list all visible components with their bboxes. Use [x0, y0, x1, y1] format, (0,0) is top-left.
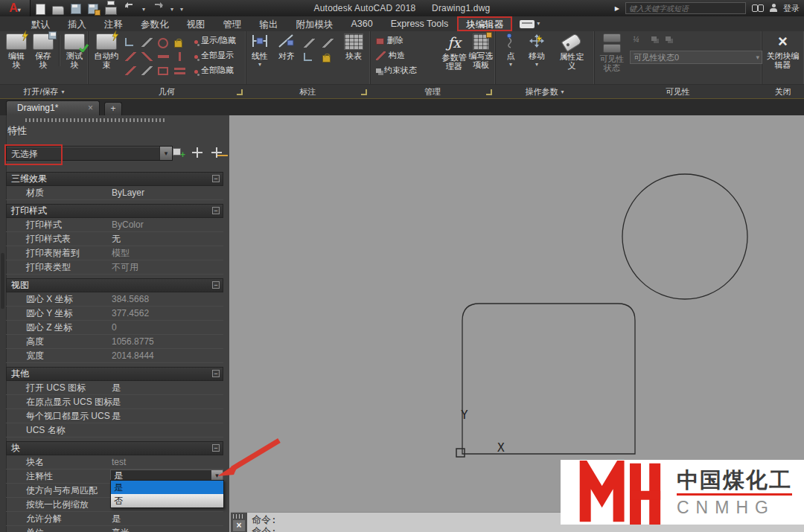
collapse-icon[interactable]: − — [212, 444, 220, 452]
fix-constraint-icon[interactable] — [125, 66, 136, 75]
tab-output[interactable]: 输出 — [251, 16, 287, 31]
property-row[interactable]: 圆心 X 坐标 384.5668 — [6, 292, 223, 307]
linear-dimension-button[interactable]: 线性 ▾ — [249, 33, 271, 69]
property-row-block-name[interactable]: 块名 test — [6, 455, 223, 469]
move-action-button[interactable]: 移动 ▾ — [525, 33, 549, 69]
property-row[interactable]: 打印表类型 不可用 — [6, 260, 223, 275]
attribute-definition-button[interactable]: 属性定义 — [556, 33, 587, 70]
save-block-button[interactable]: 保存块 — [31, 33, 55, 69]
search-expand-icon[interactable]: ▶ — [615, 5, 619, 12]
parameters-manager-button[interactable]: ƒx 参数管理器 — [441, 33, 468, 71]
property-row[interactable]: 圆心 Y 坐标 377.4562 — [6, 307, 223, 321]
panel-label-dimensional[interactable]: 标注 — [246, 84, 370, 98]
auto-constrain-button[interactable]: 自动约束 — [92, 33, 121, 69]
dropdown-option-no[interactable]: 否 — [111, 494, 223, 507]
tab-manage[interactable]: 管理 — [214, 16, 251, 31]
tab-express-tools[interactable]: Express Tools — [382, 16, 458, 31]
coincident-constraint-icon[interactable] — [125, 38, 133, 46]
convert-dimension-icon[interactable] — [322, 55, 331, 63]
delete-constraints-button[interactable]: 删除 — [376, 35, 403, 46]
drawing-canvas[interactable]: Y X × 命令: 命令: 中国煤化工 — [229, 115, 804, 532]
lock-constraint-icon[interactable] — [174, 40, 182, 48]
show-hide-button[interactable]: 显示/隐藏 — [192, 35, 236, 46]
radial-dimension-icon[interactable] — [304, 39, 315, 48]
collapse-icon[interactable]: − — [212, 175, 220, 182]
dialog-launcher-icon[interactable] — [237, 89, 243, 95]
smooth-constraint-icon[interactable] — [141, 52, 153, 61]
tab-parametric[interactable]: 参数化 — [132, 16, 178, 31]
sign-in-link[interactable]: 登录 — [783, 3, 800, 14]
circle-entity[interactable] — [622, 174, 747, 299]
tab-a360[interactable]: A360 — [342, 16, 382, 31]
collapse-icon[interactable]: − — [212, 281, 220, 289]
section-header-misc[interactable]: 其他 − — [6, 367, 223, 381]
rounded-rectangle-entity[interactable] — [462, 304, 635, 454]
file-tab-drawing1[interactable]: Drawing1* × — [6, 100, 100, 115]
panel-label-open-save[interactable]: 打开/保存 ▾ — [0, 84, 88, 98]
property-row[interactable]: 打开 UCS 图标 是 — [6, 381, 223, 395]
command-prompt[interactable]: 命令: 命令: — [252, 514, 277, 532]
symmetric-constraint-icon[interactable] — [141, 66, 153, 75]
ribbon-display-toggle-icon[interactable] — [520, 20, 535, 28]
section-header-plotstyle[interactable]: 打印样式 − — [6, 204, 223, 218]
file-tab-close-icon[interactable]: × — [88, 101, 93, 115]
property-row[interactable]: 打印表附着到 模型 — [6, 246, 223, 260]
section-header-block[interactable]: 块 − — [6, 441, 223, 455]
property-row[interactable]: 单位 毫米 — [6, 526, 223, 532]
property-row[interactable]: 高度 1056.8775 — [6, 335, 223, 349]
panel-label-close[interactable]: 关闭 — [762, 84, 804, 98]
tab-default[interactable]: 默认 — [22, 16, 59, 31]
equal-constraint-icon[interactable] — [174, 68, 185, 74]
show-all-button[interactable]: 全部显示 — [192, 50, 234, 61]
authoring-palettes-button[interactable]: 编写选项板 — [468, 33, 494, 69]
tab-annotate[interactable]: 注释 — [95, 16, 132, 31]
panel-label-visibility[interactable]: 可见性 — [594, 84, 762, 98]
new-drawing-tab-button[interactable]: + — [104, 102, 122, 116]
horizontal-constraint-icon[interactable] — [158, 52, 169, 61]
edit-block-button[interactable]: 编辑块 — [4, 33, 28, 69]
dropdown-option-yes[interactable]: 是 — [111, 481, 223, 494]
point-parameter-button[interactable]: 点 ▾ — [501, 33, 520, 69]
dialog-launcher-icon[interactable] — [486, 89, 492, 95]
selection-combo[interactable]: 无选择 ▾ — [6, 146, 173, 161]
property-row[interactable]: 宽度 2014.8444 — [6, 349, 223, 363]
block-table-button[interactable]: 块表 — [341, 33, 366, 60]
panel-label-geometric[interactable]: 几何 — [88, 84, 246, 98]
dialog-launcher-icon[interactable] — [361, 89, 367, 95]
user-account-icon[interactable] — [770, 4, 777, 13]
panel-label-manage[interactable]: 管理 — [370, 84, 495, 98]
tab-addins[interactable]: 附加模块 — [287, 16, 342, 31]
test-block-button[interactable]: 测试块 — [63, 33, 86, 69]
tab-block-editor[interactable]: 块编辑器 — [457, 16, 512, 31]
select-objects-icon[interactable] — [191, 147, 204, 159]
tab-view[interactable]: 视图 — [178, 16, 214, 31]
vertical-constraint-icon[interactable] — [174, 52, 185, 61]
construction-button[interactable]: 构造 — [376, 50, 405, 61]
property-row[interactable]: 每个视口都显示 UCS 是 — [6, 409, 223, 423]
property-row[interactable]: 材质 ByLayer — [6, 186, 223, 200]
hide-all-button[interactable]: 全部隐藏 — [192, 65, 234, 76]
property-row[interactable]: UCS 名称 — [6, 423, 223, 438]
concentric-constraint-icon[interactable] — [158, 38, 168, 48]
help-search-input[interactable] — [625, 2, 746, 14]
section-header-3d[interactable]: 三维效果 − — [6, 172, 223, 186]
property-row[interactable]: 打印样式表 无 — [6, 232, 223, 246]
collapse-icon[interactable]: − — [212, 207, 220, 214]
tangent-constraint-icon[interactable] — [141, 38, 153, 47]
chevron-down-icon[interactable]: ▾ — [159, 147, 172, 160]
panel-label-action-parameters[interactable]: 操作参数 ▾ — [495, 84, 594, 98]
close-block-editor-button[interactable]: × 关闭块编辑器 — [765, 33, 801, 69]
collapse-icon[interactable]: − — [212, 370, 220, 377]
tab-insert[interactable]: 插入 — [59, 16, 95, 31]
property-row[interactable]: 允许分解 是 — [6, 512, 223, 526]
search-binoculars-icon[interactable] — [752, 4, 764, 12]
angular-dimension-icon[interactable] — [304, 53, 312, 61]
aligned-dimension-button[interactable]: 对齐 — [274, 33, 299, 60]
command-close-icon[interactable]: × — [233, 520, 245, 531]
diameter-dimension-icon[interactable] — [322, 39, 334, 48]
section-header-view[interactable]: 视图 − — [6, 278, 223, 292]
collinear-constraint-icon[interactable] — [125, 52, 136, 61]
property-row[interactable]: 打印样式 ByColor — [6, 218, 223, 232]
toggle-pickadd-icon[interactable] — [211, 147, 223, 159]
command-grip[interactable]: × — [231, 513, 247, 532]
